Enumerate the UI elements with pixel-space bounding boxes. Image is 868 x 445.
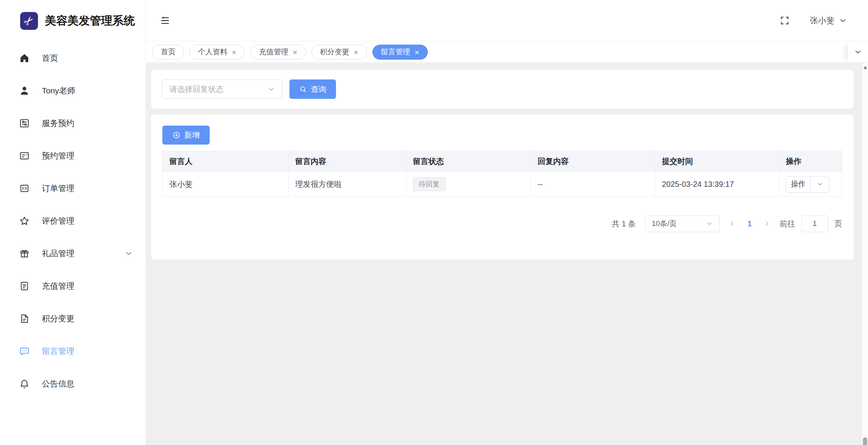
circle-plus-icon (172, 131, 181, 139)
sidebar-item-label: 首页 (42, 53, 58, 64)
pagination: 共 1 条 10条/页 1 前往 页 (612, 215, 842, 232)
sidebar-menu: 首页 Tony老师 服务预约 预约管理 (0, 41, 145, 400)
tab-message-mgmt[interactable]: 留言管理 × (372, 45, 428, 60)
goto-page-input[interactable] (801, 216, 828, 232)
tab-label: 充值管理 (259, 47, 288, 57)
username: 张小斐 (810, 15, 834, 26)
close-icon[interactable]: × (354, 48, 358, 56)
user-menu[interactable]: 张小斐 (810, 15, 847, 26)
search-icon (299, 85, 307, 93)
tab-home[interactable]: 首页 (152, 45, 184, 60)
sidebar-item-home[interactable]: 首页 (0, 42, 145, 74)
page-size-select[interactable]: 10条/页 (645, 216, 720, 232)
sidebar-item-label: 礼品管理 (42, 248, 74, 259)
chevron-down-icon (267, 85, 275, 93)
tab-label: 积分变更 (320, 47, 350, 57)
content-area: 请选择回复状态 查询 新增 留言人 留言内容 留言状态 回复内容 提交时间 (146, 63, 862, 445)
logo-row: ✂ 美容美发管理系统 (0, 0, 145, 41)
star-icon (19, 215, 30, 227)
tab-label: 个人资料 (198, 47, 227, 57)
goto-label: 前往 (780, 219, 795, 229)
sidebar-item-points-change[interactable]: 积分变更 (0, 302, 145, 335)
column-header: 提交时间 (655, 151, 779, 171)
tab-profile[interactable]: 个人资料 × (189, 45, 245, 60)
close-icon[interactable]: × (232, 48, 236, 56)
sidebar-item-label: 订单管理 (42, 183, 74, 194)
app-screen: ✂ 美容美发管理系统 首页 Tony老师 服务预约 (0, 0, 868, 445)
cell-author: 张小斐 (163, 172, 289, 197)
cell-actions: 操作 (779, 172, 842, 197)
topbar: 张小斐 (146, 0, 868, 41)
sidebar-item-message-mgmt[interactable]: 留言管理 (0, 335, 145, 367)
current-page[interactable]: 1 (747, 219, 752, 228)
bell-icon (19, 378, 30, 390)
goto-group: 前往 页 (780, 216, 842, 232)
home-icon (19, 52, 30, 64)
gift-icon (19, 248, 30, 259)
sidebar-item-tony[interactable]: Tony老师 (0, 74, 145, 107)
query-button[interactable]: 查询 (289, 79, 336, 99)
sidebar-item-label: 留言管理 (42, 346, 74, 357)
reply-status-select[interactable]: 请选择回复状态 (162, 79, 282, 99)
scrollbar-thumb[interactable] (863, 437, 867, 445)
tab-points-change[interactable]: 积分变更 × (312, 45, 367, 60)
vertical-scrollbar[interactable] (862, 63, 868, 445)
page-fold-icon (19, 313, 30, 324)
sidebar-item-label: 服务预约 (42, 118, 74, 129)
sidebar-item-label: 评价管理 (42, 216, 74, 226)
sidebar-item-label: 充值管理 (42, 281, 74, 291)
close-icon[interactable]: × (293, 48, 297, 56)
fullscreen-icon[interactable] (780, 16, 790, 26)
sidebar-item-label: Tony老师 (42, 85, 75, 96)
sidebar: ✂ 美容美发管理系统 首页 Tony老师 服务预约 (0, 0, 146, 445)
pagination-total: 共 1 条 (612, 219, 636, 229)
chevron-down-icon (706, 220, 713, 227)
user-icon (19, 85, 30, 97)
row-action-split-button[interactable]: 操作 (786, 176, 829, 193)
close-icon[interactable]: × (415, 48, 419, 56)
column-header: 操作 (779, 151, 842, 171)
sidebar-item-gift-mgmt[interactable]: 礼品管理 (0, 237, 145, 270)
sidebar-item-booking-mgmt[interactable]: 预约管理 (0, 140, 145, 172)
sidebar-item-order-mgmt[interactable]: 订单管理 (0, 172, 145, 205)
goto-unit-label: 页 (834, 219, 842, 229)
cell-status: 待回复 (406, 172, 531, 197)
document-lines-icon (19, 280, 30, 292)
column-header: 留言状态 (406, 151, 531, 171)
row-action-caret[interactable] (810, 176, 829, 192)
column-header: 回复内容 (531, 151, 655, 171)
page-size-value: 10条/页 (652, 219, 677, 229)
scissors-logo-icon: ✂ (20, 12, 38, 30)
chevron-down-icon (854, 48, 862, 56)
sidebar-item-announcements[interactable]: 公告信息 (0, 367, 145, 400)
reply-status-placeholder: 请选择回复状态 (169, 84, 224, 95)
cell-content: 理发很方便啦 (289, 172, 406, 197)
table-header-row: 留言人 留言内容 留言状态 回复内容 提交时间 操作 (163, 151, 842, 172)
cell-time: 2025-03-24 13:39:17 (655, 172, 779, 197)
sidebar-item-service-booking[interactable]: 服务预约 (0, 107, 145, 140)
sidebar-item-review-mgmt[interactable]: 评价管理 (0, 205, 145, 237)
ticket-icon (19, 183, 30, 194)
add-button[interactable]: 新增 (162, 126, 210, 145)
sidebar-fold-icon[interactable] (160, 16, 170, 26)
chevron-left-icon[interactable] (729, 220, 736, 227)
tab-overflow-button[interactable] (848, 42, 868, 62)
sliders-box-icon (19, 117, 30, 129)
messages-table: 留言人 留言内容 留言状态 回复内容 提交时间 操作 张小斐 理发很方便啦 待回… (162, 151, 842, 197)
app-title: 美容美发管理系统 (45, 13, 135, 29)
chevron-down-icon (839, 17, 847, 24)
tabbar: 首页 个人资料 × 充值管理 × 积分变更 × 留言管理 × (146, 42, 868, 62)
chevron-right-icon[interactable] (763, 220, 770, 227)
chat-bubble-icon (19, 345, 30, 357)
scroll-up-arrow-icon[interactable] (863, 66, 867, 69)
tab-label: 首页 (161, 47, 176, 57)
tab-label: 留言管理 (381, 47, 410, 57)
tab-recharge-mgmt[interactable]: 充值管理 × (250, 45, 306, 60)
column-header: 留言内容 (289, 151, 406, 171)
chevron-down-icon[interactable] (124, 249, 133, 258)
sidebar-item-recharge-mgmt[interactable]: 充值管理 (0, 270, 145, 302)
row-action-label[interactable]: 操作 (786, 176, 810, 192)
cell-reply: -- (531, 172, 655, 197)
card-note-icon (19, 150, 30, 162)
chevron-down-icon (816, 181, 823, 188)
